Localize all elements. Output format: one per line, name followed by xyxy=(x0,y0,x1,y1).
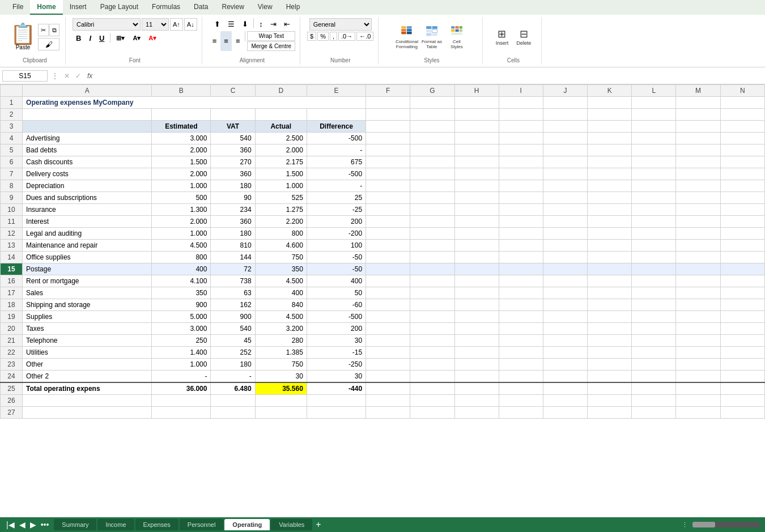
cell-K1[interactable] xyxy=(588,97,632,109)
cell-D9[interactable]: 525 xyxy=(255,192,307,204)
prev-sheet-button[interactable]: ◀ xyxy=(18,520,27,529)
cell-H1[interactable] xyxy=(454,97,499,109)
tab-insert[interactable]: Insert xyxy=(63,0,94,15)
row-header-6[interactable]: 6 xyxy=(1,156,23,168)
cell-B19[interactable]: 5.000 xyxy=(152,311,211,323)
cell-B18[interactable]: 900 xyxy=(152,299,211,311)
row-header-3[interactable]: 3 xyxy=(1,121,23,133)
cell-B15[interactable]: 400 xyxy=(152,263,211,275)
cell-B25[interactable]: 36.000 xyxy=(152,382,211,395)
row-header-8[interactable]: 8 xyxy=(1,180,23,192)
cell-C14[interactable]: 144 xyxy=(211,252,255,263)
align-middle-button[interactable]: ☰ xyxy=(224,18,238,30)
row-header-15[interactable]: 15 xyxy=(1,263,23,275)
cell-M3[interactable] xyxy=(676,121,720,133)
cell-D20[interactable]: 3.200 xyxy=(255,323,307,335)
cell-H3[interactable] xyxy=(454,121,499,133)
cell-D22[interactable]: 1.385 xyxy=(255,347,307,359)
cell-B4[interactable]: 3.000 xyxy=(152,133,211,144)
cell-E21[interactable]: 30 xyxy=(307,335,366,347)
cell-B7[interactable]: 2.000 xyxy=(152,168,211,180)
col-header-A[interactable]: A xyxy=(23,85,152,97)
cell-E17[interactable]: 50 xyxy=(307,287,366,299)
cell-D11[interactable]: 2.200 xyxy=(255,216,307,228)
cell-A25[interactable]: Total operating expens xyxy=(23,382,152,395)
cell-A4[interactable]: Advertising xyxy=(23,133,152,144)
cancel-entry-icon[interactable]: ✕ xyxy=(62,72,71,80)
cell-C9[interactable]: 90 xyxy=(211,192,255,204)
row-header-26[interactable]: 26 xyxy=(1,395,23,407)
cell-C24[interactable]: - xyxy=(211,371,255,383)
cell-C17[interactable]: 63 xyxy=(211,287,255,299)
cell-J1[interactable] xyxy=(543,97,587,109)
row-header-11[interactable]: 11 xyxy=(1,216,23,228)
bold-button[interactable]: B xyxy=(73,32,84,44)
cell-B17[interactable]: 350 xyxy=(152,287,211,299)
cell-G2[interactable] xyxy=(410,109,454,121)
cell-B3[interactable]: Estimated xyxy=(152,121,211,133)
cell-D17[interactable]: 400 xyxy=(255,287,307,299)
cell-E15[interactable]: -50 xyxy=(307,263,366,275)
cell-A13[interactable]: Maintenance and repair xyxy=(23,240,152,252)
cell-L1[interactable] xyxy=(632,97,676,109)
cell-A12[interactable]: Legal and auditing xyxy=(23,228,152,240)
cell-C13[interactable]: 810 xyxy=(211,240,255,252)
cell-C15[interactable]: 72 xyxy=(211,263,255,275)
row-header-10[interactable]: 10 xyxy=(1,204,23,216)
col-header-N[interactable]: N xyxy=(720,85,764,97)
cell-A10[interactable]: Insurance xyxy=(23,204,152,216)
text-direction-button[interactable]: ↕ xyxy=(256,18,266,30)
cell-A20[interactable]: Taxes xyxy=(23,323,152,335)
col-header-K[interactable]: K xyxy=(588,85,632,97)
align-center-button[interactable]: ≡ xyxy=(220,31,232,51)
cell-C4[interactable]: 540 xyxy=(211,133,255,144)
cell-B22[interactable]: 1.400 xyxy=(152,347,211,359)
cell-C5[interactable]: 360 xyxy=(211,144,255,156)
row-header-19[interactable]: 19 xyxy=(1,311,23,323)
cell-A19[interactable]: Supplies xyxy=(23,311,152,323)
col-header-H[interactable]: H xyxy=(454,85,499,97)
cell-D2[interactable] xyxy=(255,109,307,121)
cell-B6[interactable]: 1.500 xyxy=(152,156,211,168)
cell-A14[interactable]: Office supplies xyxy=(23,252,152,263)
cut-button[interactable]: ✂ xyxy=(38,24,49,36)
next-sheet-button[interactable]: ▶ xyxy=(28,520,38,529)
cell-C20[interactable]: 540 xyxy=(211,323,255,335)
col-header-F[interactable]: F xyxy=(366,85,410,97)
cell-A15[interactable]: Postage xyxy=(23,263,152,275)
col-header-M[interactable]: M xyxy=(676,85,720,97)
row-header-24[interactable]: 24 xyxy=(1,371,23,383)
tab-help[interactable]: Help xyxy=(279,0,307,15)
cell-B2[interactable] xyxy=(152,109,211,121)
cell-H2[interactable] xyxy=(454,109,499,121)
col-header-C[interactable]: C xyxy=(211,85,255,97)
cell-A8[interactable]: Depreciation xyxy=(23,180,152,192)
cell-C23[interactable]: 180 xyxy=(211,359,255,371)
cell-C19[interactable]: 900 xyxy=(211,311,255,323)
cell-C7[interactable]: 360 xyxy=(211,168,255,180)
cell-M2[interactable] xyxy=(676,109,720,121)
more-sheets-button[interactable]: ••• xyxy=(39,520,51,529)
scrollbar-thumb[interactable] xyxy=(692,522,715,527)
col-header-D[interactable]: D xyxy=(255,85,307,97)
tab-file[interactable]: File xyxy=(6,0,30,15)
cell-I2[interactable] xyxy=(499,109,543,121)
sheet-tab-operating[interactable]: Operating xyxy=(224,519,270,530)
cell-E23[interactable]: -250 xyxy=(307,359,366,371)
cell-A7[interactable]: Delivery costs xyxy=(23,168,152,180)
cell-E14[interactable]: -50 xyxy=(307,252,366,263)
cell-D24[interactable]: 30 xyxy=(255,371,307,383)
cell-C10[interactable]: 234 xyxy=(211,204,255,216)
cell-A9[interactable]: Dues and subscriptions xyxy=(23,192,152,204)
cell-B12[interactable]: 1.000 xyxy=(152,228,211,240)
cell-E2[interactable] xyxy=(307,109,366,121)
cell-D16[interactable]: 4.500 xyxy=(255,275,307,287)
percent-button[interactable]: % xyxy=(317,32,329,41)
row-header-13[interactable]: 13 xyxy=(1,240,23,252)
cell-C18[interactable]: 162 xyxy=(211,299,255,311)
cell-A6[interactable]: Cash discounts xyxy=(23,156,152,168)
row-header-1[interactable]: 1 xyxy=(1,97,23,109)
cell-E10[interactable]: -25 xyxy=(307,204,366,216)
cell-A16[interactable]: Rent or mortgage xyxy=(23,275,152,287)
tab-home[interactable]: Home xyxy=(30,0,62,15)
